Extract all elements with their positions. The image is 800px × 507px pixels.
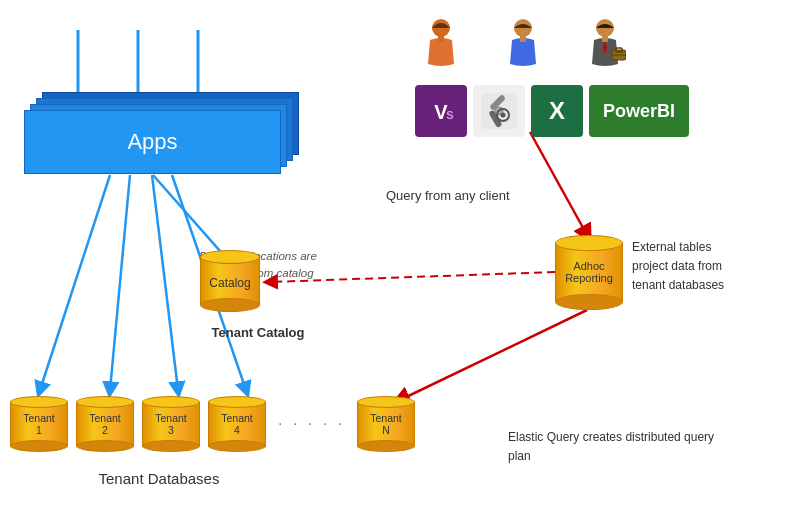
tools-icon: [473, 85, 525, 137]
svg-text:S: S: [446, 109, 453, 121]
external-tables-label: External tablesproject data fromtenant d…: [632, 238, 787, 296]
query-client-label: Query from any client: [386, 188, 510, 203]
svg-line-5: [152, 175, 178, 390]
tenant-catalog-label: Tenant Catalog: [193, 325, 323, 340]
apps-label: Apps: [127, 129, 177, 154]
diagram-container: Apps: [0, 0, 800, 507]
svg-line-8: [530, 132, 587, 235]
person-icon-2: [502, 18, 544, 79]
powerbi-label: PowerBI: [603, 101, 675, 122]
cyl-top-adhoc: [555, 235, 623, 251]
apps-stack: Apps: [24, 110, 281, 174]
elastic-query-label: Elastic Query creates distributed query …: [508, 428, 718, 466]
adhoc-cylinder: AdhocReporting: [555, 235, 623, 310]
excel-icon: X: [531, 85, 583, 137]
person-icon-3: [584, 18, 626, 79]
svg-line-3: [40, 175, 110, 390]
svg-text:X: X: [549, 97, 565, 124]
apps-main-box: Apps: [24, 110, 281, 174]
client-section: V S: [415, 18, 689, 137]
cyl-top: [200, 250, 260, 264]
svg-rect-17: [602, 36, 608, 42]
svg-line-4: [110, 175, 130, 390]
cyl-bottom-catalog: [200, 298, 260, 312]
svg-point-29: [501, 113, 506, 118]
powerbi-button[interactable]: PowerBI: [589, 85, 689, 137]
person-icons-row: [420, 18, 689, 79]
cyl-bottom-adhoc: [555, 294, 623, 310]
svg-rect-12: [438, 36, 444, 42]
tenant-databases-label: Tenant Databases: [24, 470, 294, 487]
catalog-cylinder: Catalog: [200, 250, 260, 312]
cyl-body-adhoc: AdhocReporting: [555, 243, 623, 301]
tool-icons-row: V S: [415, 85, 689, 137]
tenant-cylinder-n: TenantN: [357, 396, 415, 452]
svg-line-9: [400, 310, 587, 400]
svg-rect-14: [520, 36, 526, 42]
tenant-cylinder-3: Tenant3: [142, 396, 200, 452]
tenant-cylinder-2: Tenant2: [76, 396, 134, 452]
person-icon-1: [420, 18, 462, 79]
tenant-cylinder-4: Tenant4: [208, 396, 266, 452]
dots-ellipsis: · · · · ·: [274, 415, 349, 433]
visual-studio-icon: V S: [415, 85, 467, 137]
tenant-db-row: Tenant1 Tenant2 Tenant3 Tenant4 · · · · …: [10, 396, 415, 452]
tenant-cylinder-1: Tenant1: [10, 396, 68, 452]
